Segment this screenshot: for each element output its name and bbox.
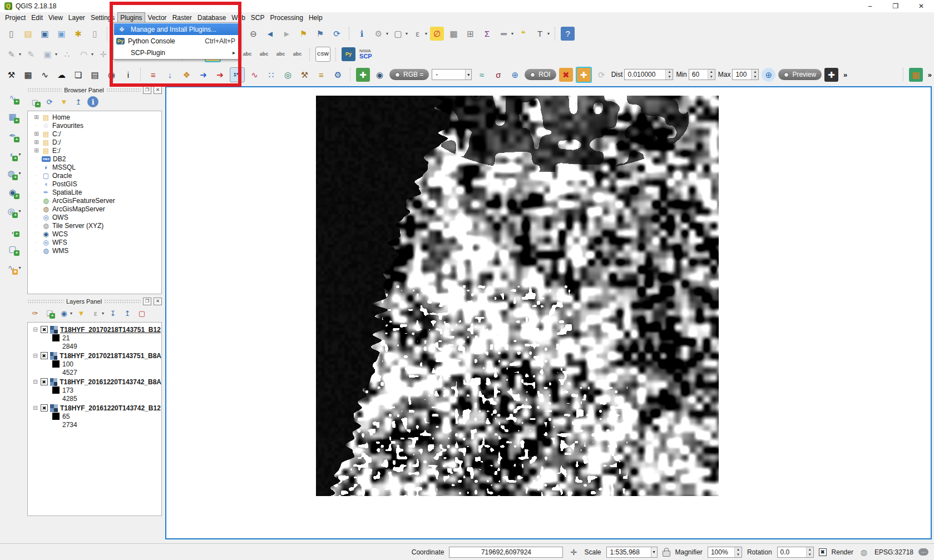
label-edit-icon[interactable]: abc [290, 47, 304, 61]
browser-properties-icon[interactable]: ℹ [87, 96, 98, 107]
menu-vector[interactable]: Vector [145, 12, 170, 23]
browser-item-postgis[interactable]: ·◖PostGIS [28, 180, 161, 188]
refresh-browser-icon[interactable]: ⟳ [44, 96, 55, 107]
layer-name[interactable]: T18HYF_20161220T143742_B12 [60, 404, 161, 412]
menu-layer[interactable]: Layer [66, 12, 88, 23]
zoom-out-icon[interactable]: ⊖ [246, 27, 260, 41]
scp-zoom-icon[interactable]: ⊕ [508, 68, 522, 82]
layer-name[interactable]: T18HYF_20170218T143751_B12 [60, 326, 161, 334]
plugin-info-icon[interactable]: i [121, 68, 135, 82]
text-annotation-icon-group[interactable]: T▾ [533, 27, 550, 41]
scp-roi-pointer-icon[interactable]: ✚ [576, 67, 592, 83]
scp-band-set-icon[interactable]: ≡ [146, 68, 160, 82]
browser-item-arcgisfeatureserver[interactable]: ·◍ArcGisFeatureServer [28, 196, 161, 205]
browser-item-spatialite[interactable]: ·✒SpatiaLite [28, 188, 161, 196]
add-wms-layer-icon-group[interactable]: ◍+▾ [4, 166, 21, 180]
label-move-icon[interactable]: abc [257, 47, 271, 61]
menu-help[interactable]: Help [306, 12, 325, 23]
attribute-table-icon[interactable]: ▦ [447, 27, 461, 41]
move-feature-icon[interactable]: ✛ [96, 47, 110, 61]
layer-row[interactable]: ⊟✖T18HYF_20170218T143751_B12 [28, 325, 161, 334]
new-composer-icon[interactable]: ✱ [71, 27, 85, 41]
browser-item-wms[interactable]: ·◍WMS [28, 246, 161, 255]
menu-raster[interactable]: Raster [170, 12, 195, 23]
python-scp-icon[interactable]: Py [342, 47, 355, 61]
filter-browser-icon[interactable]: ▼ [58, 96, 70, 107]
browser-item-home[interactable]: ⊞▤Home [28, 113, 161, 121]
show-bookmarks-icon[interactable]: ⚑ [313, 27, 327, 41]
select-expression-icon[interactable]: ε [411, 27, 424, 41]
dropdown-arrow-icon[interactable]: ▾ [55, 52, 57, 57]
dropdown-arrow-icon[interactable]: ▾ [18, 265, 21, 270]
add-group-icon[interactable]: ❏+ [44, 308, 55, 319]
add-selected-layers-icon[interactable]: ▢+ [29, 96, 41, 107]
browser-item-c[interactable]: ⊞▤C:/ [28, 130, 161, 138]
crs-status[interactable]: EPSG:32718 [874, 548, 913, 556]
manage-visibility-icon[interactable]: ◉ [58, 308, 70, 319]
scp-sig-sigma-icon[interactable]: σ [491, 68, 505, 82]
plugin-chart-icon[interactable]: ∿ [38, 68, 52, 82]
help-icon[interactable]: ? [561, 27, 575, 41]
dist-input[interactable]: Dist0.010000▲▼ [611, 69, 674, 80]
dropdown-arrow-icon[interactable]: ▾ [406, 31, 408, 36]
scp-band-preview-icon[interactable]: ◉ [373, 68, 387, 82]
dropdown-arrow-icon[interactable]: ▾ [511, 31, 513, 36]
measure-icon[interactable]: ═ [497, 27, 511, 41]
lock-scale-icon[interactable] [663, 551, 670, 557]
chevron-down-icon[interactable]: ▾ [465, 70, 471, 80]
spinner-arrows[interactable]: ▲▼ [665, 70, 673, 80]
browser-item-tile-server-xyz[interactable]: ·◍Tile Server (XYZ) [28, 221, 161, 230]
text-annotation-icon[interactable]: T [533, 27, 547, 41]
add-raster-layer-icon[interactable]: ▦+ [6, 110, 19, 123]
filter-expression-icon-group[interactable]: ε▾ [90, 308, 104, 319]
dropdown-arrow-icon[interactable]: ▾ [547, 31, 550, 36]
preview-button[interactable]: Preview [778, 69, 822, 80]
add-wfs-layer-icon[interactable]: ◎+ [4, 204, 18, 218]
style-manager-icon[interactable]: ✑ [29, 308, 41, 319]
scp-sig-percent-icon[interactable]: ≈ [475, 68, 488, 82]
browser-item-mssql[interactable]: ·◗MSSQL [28, 163, 161, 171]
dropdown-arrow-icon[interactable]: ▾ [425, 31, 427, 36]
roi-button[interactable]: ROI [525, 69, 556, 80]
select-features-icon-group[interactable]: ▢▾ [391, 27, 408, 41]
plugin-copy-icon[interactable]: ❏ [71, 68, 85, 82]
dropdown-arrow-icon[interactable]: ▾ [102, 311, 104, 316]
scp-tools-icon[interactable]: ❖ [180, 68, 194, 82]
scp-settings-icon[interactable]: ⚙ [331, 68, 345, 82]
coordinate-input[interactable]: 719692,6097924 [449, 547, 563, 558]
layers-panel-header[interactable]: Layers Panel ❐ ✕ [25, 296, 164, 306]
scale-combo[interactable]: 1:535,968 ▾ [606, 547, 658, 558]
min-input[interactable]: Min60▲▼ [676, 69, 715, 80]
zoom-last-icon[interactable]: ◄ [263, 27, 277, 41]
field-calculator-icon[interactable]: ⊞ [463, 27, 477, 41]
menu-database[interactable]: Database [195, 12, 229, 23]
select-features-icon[interactable]: ▢ [391, 27, 405, 41]
scp-clip-icon[interactable]: ◎ [281, 68, 295, 82]
save-edits-icon[interactable]: ▣ [41, 47, 55, 61]
current-edits-icon[interactable]: ✎ [4, 47, 18, 61]
layer-name[interactable]: T18HYF_20170218T143751_B8A [60, 352, 161, 360]
scp-import-icon[interactable]: ➜ [196, 68, 210, 82]
deselect-all-icon[interactable]: ∅ [430, 27, 444, 41]
save-edits-icon-group[interactable]: ▣▾ [41, 47, 57, 61]
add-wfs-layer-icon-group[interactable]: ◎+▾ [4, 204, 21, 218]
node-tool-icon-group[interactable]: ◠▾ [77, 47, 93, 61]
close-panel-icon[interactable]: ✕ [154, 86, 162, 94]
plugin-table-icon[interactable]: ▦ [21, 68, 35, 82]
scp-zoom-preview-icon[interactable]: ⊕ [762, 68, 775, 82]
browser-item-d[interactable]: ⊞▤D:/ [28, 138, 161, 146]
menu-item-scp-plugin[interactable]: SCP-Plugin ▸ [114, 47, 239, 58]
rotation-input[interactable]: 0.0 ▲▼ [777, 547, 814, 558]
save-project-as-icon[interactable]: ▣ [55, 27, 68, 41]
layer-visibility-checkbox[interactable]: ✖ [41, 326, 48, 333]
menu-project[interactable]: Project [2, 12, 28, 23]
scp-spectral-plot-icon[interactable]: ∿ [248, 68, 261, 82]
plugin-globe-icon[interactable]: ◉ [105, 68, 118, 82]
refresh-map-icon[interactable]: ⟳ [330, 27, 344, 41]
map-canvas[interactable] [165, 86, 932, 539]
spinner-arrows[interactable]: ▲▼ [751, 70, 758, 80]
new-project-icon[interactable]: ▯ [4, 27, 18, 41]
dropdown-arrow-icon[interactable]: ▾ [18, 209, 21, 214]
scp-band-list-icon[interactable]: ≡ [314, 68, 328, 82]
spinner-arrows[interactable]: ▲▼ [708, 70, 715, 80]
